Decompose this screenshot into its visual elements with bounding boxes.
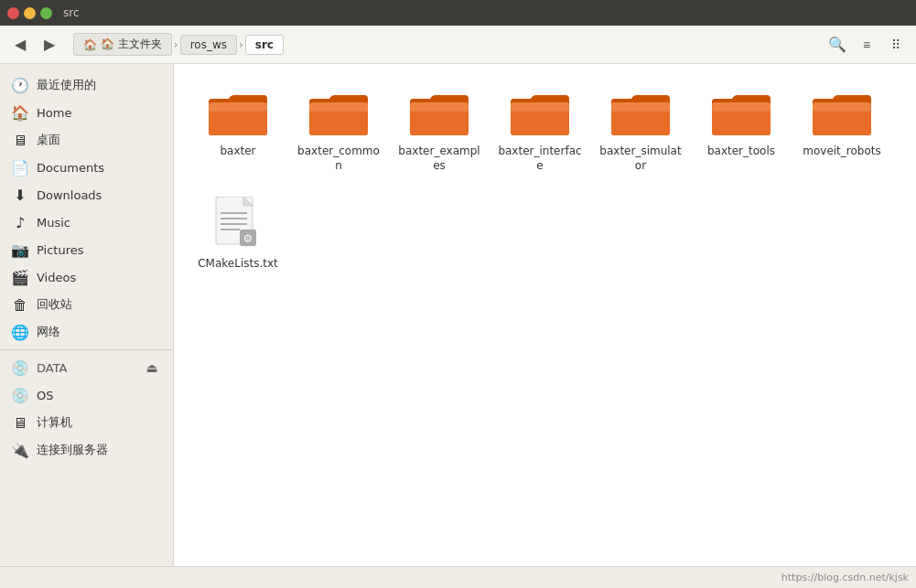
sidebar-item-home[interactable]: 🏠 Home [0, 99, 173, 126]
file-item-baxter_common[interactable]: baxter_common [293, 82, 384, 180]
sidebar-item-desktop[interactable]: 🖥 桌面 [0, 126, 173, 154]
view-grid-button[interactable]: ⠿ [883, 32, 909, 58]
sidebar-item-os[interactable]: 💿 OS [0, 381, 173, 409]
home-icon: 🏠 [11, 104, 29, 122]
sidebar-label-recent: 最近使用的 [37, 77, 96, 93]
svg-text:⚙: ⚙ [243, 232, 253, 245]
connect-server-icon: 🔌 [11, 442, 29, 459]
svg-rect-20 [813, 102, 871, 112]
view-list-icon: ≡ [863, 37, 870, 52]
file-label-baxter: baxter [220, 144, 255, 159]
main-layout: 🕐 最近使用的 🏠 Home 🖥 桌面 📄 Documents ⬇ Downlo… [0, 64, 916, 566]
statusbar-url: https://blog.csdn.net/kjsk [781, 572, 909, 583]
file-label-baxter_simulator: baxter_simulator [598, 144, 683, 173]
breadcrumb: 🏠 🏠 主文件夹 › ros_ws › src [73, 33, 814, 56]
search-button[interactable]: 🔍 [824, 32, 850, 58]
sidebar-item-music[interactable]: ♪ Music [0, 208, 173, 236]
file-item-baxter_interface[interactable]: baxter_interface [494, 82, 586, 180]
sidebar-label-os: OS [37, 389, 53, 402]
svg-rect-5 [309, 102, 368, 112]
downloads-icon: ⬇ [11, 187, 29, 204]
view-grid-icon: ⠿ [891, 37, 900, 52]
trash-icon: 🗑 [11, 296, 29, 314]
view-list-button[interactable]: ≡ [854, 32, 879, 58]
forward-button[interactable]: ▶ [37, 32, 62, 58]
sidebar-item-connect-server[interactable]: 🔌 连接到服务器 [0, 436, 173, 464]
sidebar-label-computer: 计算机 [37, 414, 72, 431]
file-grid: baxter baxter_common baxter_examples [192, 82, 898, 279]
svg-rect-2 [209, 102, 267, 112]
statusbar: https://blog.csdn.net/kjsk [0, 566, 916, 588]
sidebar-item-recent[interactable]: 🕐 最近使用的 [0, 71, 173, 99]
breadcrumb-sep-2: › [239, 38, 243, 51]
folder-icon-moveit_robots [813, 90, 871, 139]
sidebar-label-documents: Documents [37, 161, 104, 175]
documents-icon: 📄 [11, 159, 29, 176]
home-icon: 🏠 [83, 38, 97, 51]
clock-icon: 🕐 [11, 77, 29, 94]
sidebar-label-trash: 回收站 [37, 296, 72, 313]
sidebar-label-connect: 连接到服务器 [37, 442, 108, 458]
folder-icon-baxter_simulator [611, 90, 670, 139]
breadcrumb-ros-ws[interactable]: ros_ws [180, 35, 237, 55]
sidebar-item-downloads[interactable]: ⬇ Downloads [0, 181, 173, 208]
pictures-icon: 📷 [11, 241, 29, 259]
sidebar-item-documents[interactable]: 📄 Documents [0, 154, 173, 181]
file-label-baxter_interface: baxter_interface [498, 144, 582, 173]
sidebar-label-home: Home [37, 106, 71, 120]
file-item-moveit_robots[interactable]: moveit_robots [796, 82, 888, 180]
sidebar-label-music: Music [37, 216, 70, 230]
file-item-baxter[interactable]: baxter [192, 82, 284, 180]
videos-icon: 🎬 [11, 269, 29, 286]
file-item-baxter_tools[interactable]: baxter_tools [695, 82, 787, 180]
file-label-baxter_common: baxter_common [296, 144, 381, 173]
sidebar-item-videos[interactable]: 🎬 Videos [0, 263, 173, 291]
sidebar-item-data[interactable]: 💿 DATA ⏏ [0, 354, 173, 381]
os-drive-icon: 💿 [11, 387, 29, 404]
svg-rect-17 [712, 102, 771, 112]
sidebar-label-videos: Videos [37, 271, 76, 284]
file-item-baxter_examples[interactable]: baxter_examples [393, 82, 485, 180]
sidebar-item-network[interactable]: 🌐 网络 [0, 318, 173, 346]
file-area: baxter baxter_common baxter_examples [174, 64, 916, 566]
svg-rect-8 [410, 102, 469, 112]
sidebar-item-computer[interactable]: 🖥 计算机 [0, 409, 173, 436]
sidebar-label-downloads: Downloads [37, 188, 102, 202]
search-icon: 🔍 [828, 36, 846, 53]
computer-icon: 🖥 [11, 414, 29, 432]
breadcrumb-ros-ws-label: ros_ws [190, 38, 227, 51]
sidebar-item-trash[interactable]: 🗑 回收站 [0, 291, 173, 318]
file-item-cmakelists[interactable]: ⚙ CMakeLists.txt [192, 189, 284, 279]
folder-icon-baxter_common [309, 90, 368, 139]
sidebar-label-network: 网络 [37, 324, 60, 340]
file-item-baxter_simulator[interactable]: baxter_simulator [595, 82, 686, 180]
folder-icon-baxter [209, 90, 267, 139]
desktop-icon: 🖥 [11, 132, 29, 149]
window-title: src [63, 6, 80, 19]
maximize-button[interactable] [40, 7, 52, 19]
breadcrumb-src[interactable]: src [245, 35, 284, 55]
txt-icon-cmakelists: ⚙ [214, 197, 262, 251]
eject-button-data[interactable]: ⏏ [142, 358, 162, 378]
file-label-baxter_examples: baxter_examples [397, 144, 481, 173]
minimize-button[interactable] [24, 7, 36, 19]
close-button[interactable] [7, 7, 19, 19]
forward-icon: ▶ [44, 36, 55, 53]
window-controls [7, 7, 52, 19]
breadcrumb-home-label: 🏠 主文件夹 [101, 37, 162, 52]
sidebar-label-desktop: 桌面 [37, 132, 60, 148]
back-button[interactable]: ◀ [7, 32, 33, 58]
breadcrumb-home[interactable]: 🏠 🏠 主文件夹 [73, 33, 172, 56]
toolbar: ◀ ▶ 🏠 🏠 主文件夹 › ros_ws › src 🔍 ≡ ⠿ [0, 26, 916, 64]
back-icon: ◀ [15, 36, 26, 53]
svg-rect-11 [511, 102, 569, 112]
breadcrumb-src-label: src [255, 38, 274, 51]
folder-icon-baxter_tools [712, 90, 771, 139]
svg-rect-14 [611, 102, 670, 112]
sidebar-item-pictures[interactable]: 📷 Pictures [0, 236, 173, 263]
sidebar: 🕐 最近使用的 🏠 Home 🖥 桌面 📄 Documents ⬇ Downlo… [0, 64, 174, 566]
file-label-baxter_tools: baxter_tools [707, 144, 775, 159]
music-icon: ♪ [11, 214, 29, 231]
network-icon: 🌐 [11, 324, 29, 341]
data-drive-icon: 💿 [11, 359, 29, 377]
